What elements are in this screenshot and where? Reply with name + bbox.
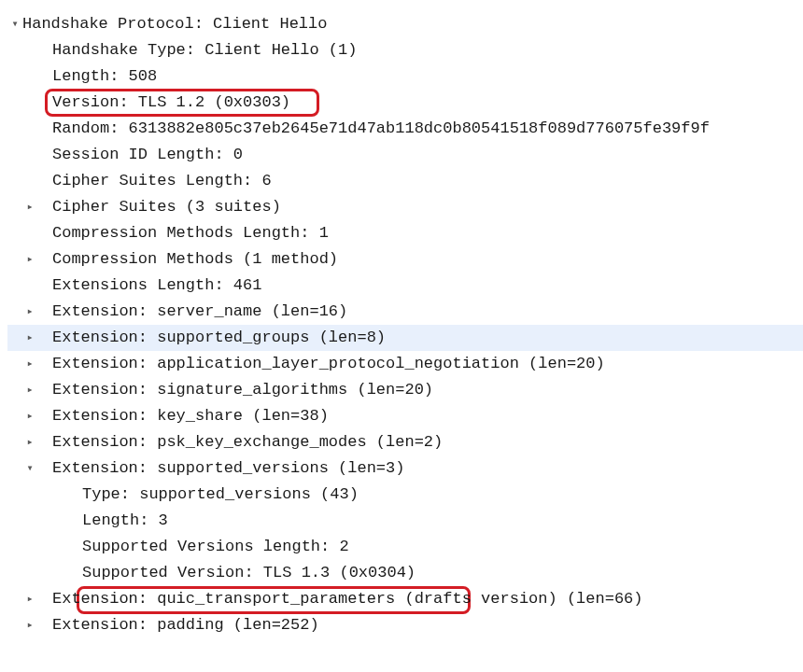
tree-row-handshake-type[interactable]: · Handshake Type: Client Hello (1)	[7, 37, 803, 63]
tree-row-ext-padding[interactable]: ▸ Extension: padding (len=252)	[7, 612, 803, 638]
tree-label: Extension: server_name (len=16)	[52, 299, 347, 325]
tree-row-extensions-length[interactable]: · Extensions Length: 461	[7, 273, 803, 299]
tree-row-ext-signature-algorithms[interactable]: ▸ Extension: signature_algorithms (len=2…	[7, 377, 803, 403]
tree-row-ext-quic-transport-parameters[interactable]: ▸ Extension: quic_transport_parameters (…	[7, 586, 803, 612]
tree-row-session-id-length[interactable]: · Session ID Length: 0	[7, 142, 803, 168]
tree-row-random[interactable]: · Random: 6313882e805c37eb2645e71d47ab11…	[7, 116, 803, 142]
tree-label: Type: supported_versions (43)	[82, 482, 359, 508]
tree-label: Handshake Type: Client Hello (1)	[52, 37, 357, 63]
tree-row-ext-key-share[interactable]: ▸ Extension: key_share (len=38)	[7, 403, 803, 429]
expand-toggle-icon[interactable]: ▸	[22, 612, 37, 638]
packet-details-tree: ▾ Handshake Protocol: Client Hello · Han…	[0, 0, 803, 638]
tree-label: Extension: padding (len=252)	[52, 612, 319, 638]
tree-row-sv-type[interactable]: · Type: supported_versions (43)	[7, 482, 803, 508]
expand-toggle-icon[interactable]: ▸	[22, 351, 37, 377]
tree-label: Version: TLS 1.2 (0x0303)	[52, 90, 290, 116]
tree-label: Supported Versions length: 2	[82, 534, 349, 560]
tree-label: Cipher Suites (3 suites)	[52, 194, 281, 220]
expand-toggle-icon[interactable]: ▸	[22, 299, 37, 325]
tree-label: Extension: supported_versions (len=3)	[52, 455, 404, 482]
expand-toggle-icon[interactable]: ▾	[22, 455, 37, 482]
tree-row-compression-methods[interactable]: ▸ Compression Methods (1 method)	[7, 246, 803, 273]
tree-row-cipher-suites-length[interactable]: · Cipher Suites Length: 6	[7, 168, 803, 194]
tree-label: Random: 6313882e805c37eb2645e71d47ab118d…	[52, 116, 710, 142]
tree-row-cipher-suites[interactable]: ▸ Cipher Suites (3 suites)	[7, 194, 803, 220]
tree-label: Extension: application_layer_protocol_ne…	[52, 351, 605, 377]
expand-toggle-icon[interactable]: ▸	[22, 325, 37, 351]
tree-row-sv-length[interactable]: · Length: 3	[7, 508, 803, 534]
tree-row-ext-alpn[interactable]: ▸ Extension: application_layer_protocol_…	[7, 351, 803, 377]
expand-toggle-icon[interactable]: ▸	[22, 377, 37, 403]
tree-row-version[interactable]: · Version: TLS 1.2 (0x0303)	[7, 90, 803, 116]
tree-label: Supported Version: TLS 1.3 (0x0304)	[82, 560, 416, 586]
tree-label: Extension: key_share (len=38)	[52, 403, 329, 429]
expand-toggle-icon[interactable]: ▸	[22, 403, 37, 429]
tree-row-ext-supported-versions[interactable]: ▾ Extension: supported_versions (len=3)	[7, 455, 803, 482]
tree-row-ext-psk-key-exchange-modes[interactable]: ▸ Extension: psk_key_exchange_modes (len…	[7, 429, 803, 455]
tree-label: Extension: psk_key_exchange_modes (len=2…	[52, 429, 443, 455]
tree-label: Extension: signature_algorithms (len=20)	[52, 377, 433, 403]
tree-label: Extension: supported_groups (len=8)	[52, 325, 386, 351]
tree-label: Compression Methods (1 method)	[52, 246, 338, 273]
tree-row-sv-version[interactable]: · Supported Version: TLS 1.3 (0x0304)	[7, 560, 803, 586]
tree-label: Extension: quic_transport_parameters (dr…	[52, 586, 643, 612]
expand-toggle-icon[interactable]: ▸	[22, 429, 37, 455]
tree-label: Cipher Suites Length: 6	[52, 168, 272, 194]
tree-row-length[interactable]: · Length: 508	[7, 63, 803, 90]
tree-label: Extensions Length: 461	[52, 273, 261, 299]
tree-row-sv-list-length[interactable]: · Supported Versions length: 2	[7, 534, 803, 560]
tree-row-ext-server-name[interactable]: ▸ Extension: server_name (len=16)	[7, 299, 803, 325]
tree-row-ext-supported-groups[interactable]: ▸ Extension: supported_groups (len=8)	[7, 325, 803, 351]
expand-toggle-icon[interactable]: ▸	[22, 246, 37, 273]
tree-label: Handshake Protocol: Client Hello	[22, 11, 327, 37]
expand-toggle-icon[interactable]: ▾	[7, 11, 22, 37]
expand-toggle-icon[interactable]: ▸	[22, 586, 37, 612]
expand-toggle-icon[interactable]: ▸	[22, 194, 37, 220]
tree-row-root[interactable]: ▾ Handshake Protocol: Client Hello	[7, 11, 803, 37]
tree-label: Session ID Length: 0	[52, 142, 243, 168]
tree-label: Length: 508	[52, 63, 157, 90]
tree-label: Length: 3	[82, 508, 168, 534]
tree-label: Compression Methods Length: 1	[52, 220, 329, 246]
tree-row-compression-methods-length[interactable]: · Compression Methods Length: 1	[7, 220, 803, 246]
